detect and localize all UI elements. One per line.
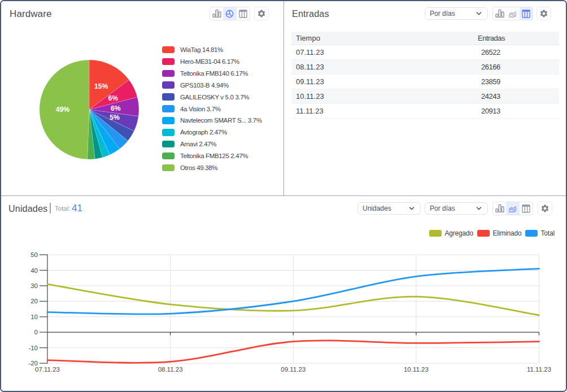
svg-text:08.11.23: 08.11.23 <box>158 366 183 373</box>
svg-text:09.11.23: 09.11.23 <box>281 366 306 373</box>
svg-text:30: 30 <box>30 282 38 289</box>
svg-text:-10: -10 <box>28 345 38 351</box>
svg-text:10.11.23: 10.11.23 <box>404 366 429 373</box>
svg-text:40: 40 <box>30 267 38 274</box>
svg-text:20: 20 <box>30 298 38 304</box>
svg-text:07.11.23: 07.11.23 <box>35 366 60 373</box>
svg-text:6%: 6% <box>111 104 121 112</box>
svg-text:15%: 15% <box>94 82 108 90</box>
svg-text:49%: 49% <box>55 105 69 113</box>
svg-text:50: 50 <box>30 251 38 258</box>
svg-text:10: 10 <box>30 313 38 320</box>
svg-text:6%: 6% <box>108 94 118 102</box>
svg-text:5%: 5% <box>110 114 120 121</box>
svg-text:0: 0 <box>34 329 38 336</box>
svg-text:11.11.23: 11.11.23 <box>527 366 551 373</box>
